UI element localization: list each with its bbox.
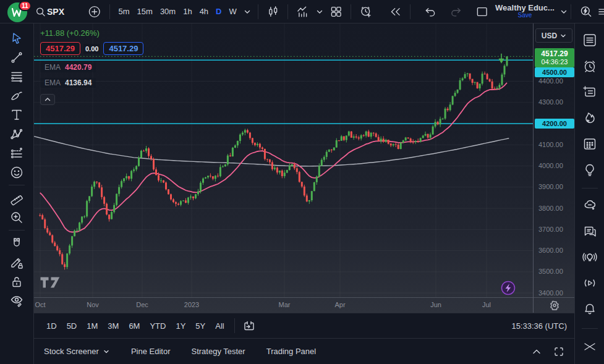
price-axis[interactable]: USD 4400.004300.004100.004000.003900.003…: [533, 23, 574, 313]
layout-menu-button[interactable]: [558, 2, 569, 21]
save-layout-button[interactable]: [472, 2, 492, 21]
account-menu-button[interactable]: 11: [4, 1, 31, 23]
compare-add-button[interactable]: [85, 2, 104, 21]
eye-pencil-icon: [9, 294, 24, 308]
fib-retracement-tool-button[interactable]: [5, 67, 28, 86]
interval-15m[interactable]: 15m: [134, 7, 156, 16]
ema-fast-line[interactable]: [40, 83, 507, 232]
goto-date-button[interactable]: [240, 316, 258, 335]
time-label-Nov: Nov: [87, 301, 99, 308]
text-notes-button[interactable]: [578, 82, 602, 103]
bar-replay-button[interactable]: [386, 2, 406, 21]
hotlists-button[interactable]: [578, 108, 602, 129]
interval-D[interactable]: D: [212, 7, 225, 16]
bulb-waves-icon: [582, 249, 598, 265]
footer-tab-stock-screener[interactable]: Stock Screener: [44, 347, 110, 356]
price-level-badge-4200.00[interactable]: 4200.00: [535, 119, 574, 129]
range-All[interactable]: All: [210, 319, 229, 333]
zoom-in-tool-button[interactable]: [5, 208, 28, 227]
range-YTD[interactable]: YTD: [145, 319, 171, 333]
footer-tab-trading-panel[interactable]: Trading Panel: [266, 347, 316, 356]
axis-settings-corner[interactable]: [534, 297, 575, 313]
interval-menu-button[interactable]: [242, 2, 253, 21]
rail-divider: [9, 230, 25, 231]
range-5Y[interactable]: 5Y: [190, 319, 210, 333]
buy-button[interactable]: 4517.29: [103, 42, 143, 55]
layout-name: Wealthy Educ...: [495, 4, 555, 12]
symbol-search-button[interactable]: SPX: [32, 2, 67, 21]
minds-button[interactable]: [578, 195, 602, 216]
gear-icon: [550, 300, 559, 310]
pattern-tool-button[interactable]: [5, 124, 28, 143]
interval-4h[interactable]: 4h: [196, 7, 212, 16]
text-tool-button[interactable]: [5, 105, 28, 124]
chat-button[interactable]: [578, 221, 602, 242]
ema-legend-row[interactable]: EMA 4136.94: [40, 78, 96, 88]
range-6M[interactable]: 6M: [124, 319, 145, 333]
cursor-tool-button[interactable]: [5, 28, 28, 48]
xabcd-pattern-icon: [9, 127, 24, 142]
hide-drawings-button[interactable]: [5, 291, 28, 310]
quick-search-button[interactable]: [576, 2, 596, 21]
measure-tool-button[interactable]: [5, 188, 28, 208]
time-label-Mar: Mar: [279, 301, 291, 308]
price-tick: 4400.00: [538, 77, 563, 85]
alerts-button[interactable]: [578, 56, 602, 77]
indicator-value: 4420.79: [65, 63, 91, 72]
fullscreen-icon[interactable]: [553, 346, 564, 357]
lock-icon: [9, 274, 24, 289]
footer-tab-strategy-tester[interactable]: Strategy Tester: [191, 347, 245, 356]
interval-30m[interactable]: 30m: [156, 7, 179, 16]
ema-legend-row[interactable]: EMA 4420.79: [40, 62, 96, 72]
clock-utc[interactable]: 15:33:36 (UTC): [511, 321, 567, 331]
trend-line-tool-button[interactable]: [5, 48, 28, 67]
layout-grid-button[interactable]: [326, 2, 346, 21]
indicators-button[interactable]: [293, 2, 313, 21]
layout-name-button[interactable]: Wealthy Educ... Save: [493, 4, 557, 19]
plus-circle-icon: [88, 5, 101, 19]
layout-square-icon: [475, 5, 489, 19]
range-1M[interactable]: 1M: [82, 319, 103, 333]
forecast-tool-button[interactable]: [5, 143, 28, 163]
toolbar-divider: [410, 4, 410, 19]
chart-type-button[interactable]: [263, 2, 283, 21]
range-1Y[interactable]: 1Y: [171, 319, 190, 333]
emoji-tool-button[interactable]: [5, 163, 28, 182]
drawing-mode-button[interactable]: [5, 253, 28, 272]
rail-divider: [582, 188, 598, 188]
footer-tab-pine-editor[interactable]: Pine Editor: [131, 347, 171, 356]
price-level-badge-4500.00[interactable]: 4500.00: [535, 67, 574, 77]
watchlist-button[interactable]: [578, 30, 602, 51]
notifications-button[interactable]: [578, 298, 602, 320]
panel-chevron-up-icon[interactable]: [531, 346, 542, 357]
undo-button[interactable]: [420, 2, 440, 21]
replay-rewind-icon: [389, 5, 402, 19]
range-5D[interactable]: 5D: [62, 319, 82, 333]
partial-bottom-button[interactable]: [578, 335, 602, 356]
chart-pane[interactable]: +11.88 (+0.26%) 4517.29 0.00 4517.29 EMA…: [34, 23, 533, 297]
collapse-legend-button[interactable]: [40, 94, 55, 105]
ema-slow-line[interactable]: [34, 137, 509, 166]
my-ideas-button[interactable]: [578, 159, 602, 180]
redo-button[interactable]: [446, 2, 466, 21]
save-label[interactable]: Save: [518, 12, 532, 19]
calendar-button[interactable]: [578, 133, 602, 154]
lock-drawings-button[interactable]: [5, 272, 28, 291]
lightning-badge[interactable]: [501, 281, 514, 294]
interval-1h[interactable]: 1h: [179, 7, 195, 16]
create-alert-button[interactable]: [356, 2, 376, 21]
indicator-templates-button[interactable]: [314, 2, 325, 21]
live-ideas-button[interactable]: [578, 247, 602, 268]
range-1D[interactable]: 1D: [41, 319, 62, 333]
time-axis[interactable]: OctNovDec2023MarAprJunJul: [34, 297, 533, 313]
partial-toolbar-icon[interactable]: [597, 2, 604, 21]
streams-button[interactable]: [578, 273, 602, 294]
range-3M[interactable]: 3M: [103, 319, 124, 333]
arrow-marker[interactable]: [498, 54, 504, 64]
interval-5m[interactable]: 5m: [115, 7, 134, 16]
brush-tool-button[interactable]: [5, 86, 28, 105]
magnet-mode-button[interactable]: [5, 234, 28, 253]
currency-button[interactable]: USD: [535, 28, 572, 43]
sell-button[interactable]: 4517.29: [40, 42, 80, 55]
interval-W[interactable]: W: [226, 7, 240, 16]
